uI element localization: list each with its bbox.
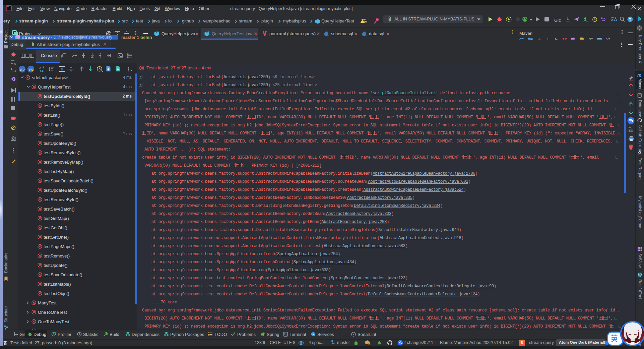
svg-text:Z: Z: [42, 69, 44, 72]
svg-text:A: A: [39, 66, 42, 70]
